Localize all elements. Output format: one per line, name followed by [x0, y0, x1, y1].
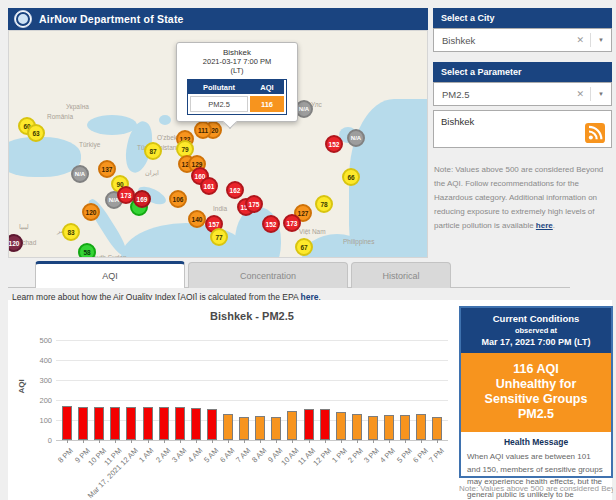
- aqi-marker[interactable]: N/A: [347, 129, 365, 147]
- aqi-marker[interactable]: 140: [188, 210, 206, 228]
- aqi-marker[interactable]: 173: [283, 214, 301, 232]
- conditions-pollutant: PM2.5: [467, 407, 605, 422]
- aqi-marker[interactable]: 78: [315, 195, 333, 213]
- chart-bar[interactable]: [223, 414, 233, 440]
- x-tick-label: 8 AM: [250, 446, 268, 464]
- city-select[interactable]: Bishkek ✕ ▼: [433, 28, 612, 52]
- clear-icon[interactable]: ✕: [571, 35, 591, 45]
- chevron-down-icon[interactable]: ▼: [591, 37, 611, 43]
- aqi-marker[interactable]: 137: [98, 160, 116, 178]
- tab-historical[interactable]: Historical: [351, 262, 451, 288]
- chart-bar[interactable]: [352, 414, 362, 440]
- chart-bar[interactable]: [432, 417, 442, 440]
- x-tick-label: 8 PM: [57, 446, 76, 465]
- tab-concentration[interactable]: Concentration: [188, 262, 348, 288]
- aqi-marker[interactable]: 106: [169, 190, 187, 208]
- select-parameter-header: Select a Parameter: [433, 62, 612, 82]
- aqi-marker[interactable]: 87: [144, 142, 162, 160]
- aqi-marker[interactable]: 63: [27, 124, 45, 142]
- current-conditions-panel: Current Conditions observed at Mar 17, 2…: [459, 306, 613, 478]
- clear-icon[interactable]: ✕: [571, 89, 591, 99]
- aqi-marker[interactable]: N/A: [71, 165, 89, 183]
- aqi-marker[interactable]: 152: [262, 215, 280, 233]
- chart-bar[interactable]: [143, 407, 153, 440]
- aqi-marker[interactable]: 58: [78, 243, 96, 258]
- aqi-marker[interactable]: 67: [295, 238, 313, 256]
- city-textbox[interactable]: Bishkek: [433, 110, 612, 148]
- aqi-marker[interactable]: 66: [342, 168, 360, 186]
- page: AirNow Department of State УкраїнаRomâni…: [0, 0, 616, 500]
- chart-bar[interactable]: [94, 407, 104, 440]
- aqi-marker[interactable]: 161: [200, 177, 218, 195]
- popup-timezone: (LT): [181, 66, 293, 75]
- x-tick-label: 4 AM: [186, 446, 204, 464]
- chart-bar[interactable]: [62, 406, 72, 440]
- chart-bar[interactable]: [416, 414, 426, 440]
- chart-bar[interactable]: [207, 409, 217, 440]
- chevron-down-icon[interactable]: ▼: [591, 91, 611, 97]
- aqi-marker[interactable]: 120: [8, 234, 23, 252]
- chart-bar[interactable]: [78, 407, 88, 440]
- gridline: [56, 400, 448, 401]
- tab-aqi[interactable]: AQI: [35, 261, 185, 288]
- chart-bar[interactable]: [255, 416, 265, 440]
- aqi-marker[interactable]: 77: [210, 228, 228, 246]
- chart-bar[interactable]: [126, 407, 136, 440]
- chart-bar[interactable]: [159, 407, 169, 440]
- mediterranean-sea: [8, 137, 81, 177]
- x-tick: [180, 440, 181, 443]
- chart-bar[interactable]: [287, 411, 297, 440]
- y-tick-label: 100: [32, 416, 52, 425]
- page-title: AirNow Department of State: [39, 13, 184, 25]
- chart-bar[interactable]: [368, 416, 378, 440]
- x-tick: [148, 440, 149, 443]
- chart-bar[interactable]: [191, 408, 201, 440]
- x-tick: [405, 440, 406, 443]
- x-tick: [83, 440, 84, 443]
- chart-bar[interactable]: [239, 417, 249, 440]
- aqi-marker[interactable]: 83: [62, 223, 80, 241]
- map-label: Türkiye: [79, 141, 100, 148]
- pacific-ocean: [349, 99, 428, 258]
- x-tick-label: 1 PM: [330, 446, 349, 465]
- parameter-select[interactable]: PM2.5 ✕ ▼: [433, 82, 612, 106]
- x-tick: [309, 440, 310, 443]
- aqi-marker[interactable]: 169: [133, 190, 151, 208]
- chart-bar[interactable]: [336, 412, 346, 440]
- city-select-value: Bishkek: [434, 35, 571, 46]
- x-tick-label: 1 AM: [137, 446, 155, 464]
- chart-bar[interactable]: [304, 409, 314, 440]
- black-sea: [87, 115, 137, 135]
- map-label: ليبيا: [19, 223, 29, 231]
- conditions-aqi-category: Unhealthy for Sensitive Groups: [467, 377, 605, 407]
- x-tick: [244, 440, 245, 443]
- aqi-marker[interactable]: 175: [245, 195, 263, 213]
- app-header: AirNow Department of State: [8, 8, 428, 30]
- x-tick: [437, 440, 438, 443]
- map-label: Philippines: [343, 238, 374, 245]
- chart-bar[interactable]: [271, 417, 281, 440]
- rss-icon[interactable]: [585, 123, 605, 143]
- x-tick-label: 7 AM: [234, 446, 252, 464]
- aqi-map[interactable]: УкраїнаRomâniaTürkiyeO'zbekistonTürkmeni…: [8, 30, 428, 258]
- x-tick: [276, 440, 277, 443]
- conditions-datetime: Mar 17, 2021 7:00 PM (LT): [463, 337, 609, 347]
- chart-bar[interactable]: [400, 415, 410, 440]
- aqi-marker[interactable]: 152: [325, 135, 343, 153]
- y-tick-label: 300: [32, 376, 52, 385]
- aqi-marker[interactable]: 120: [82, 203, 100, 221]
- aqi-marker[interactable]: 173: [117, 186, 135, 204]
- chart-bar[interactable]: [110, 407, 120, 440]
- aqi-marker[interactable]: 162: [226, 181, 244, 199]
- chart-bar[interactable]: [320, 409, 330, 440]
- note-here-link[interactable]: here: [536, 221, 553, 230]
- x-tick: [373, 440, 374, 443]
- popup-pollutant-value: PM2.5: [190, 96, 248, 112]
- map-popup: Bishkek 2021-03-17 7:00 PM (LT) Pollutan…: [176, 42, 298, 122]
- chart-bar[interactable]: [384, 415, 394, 440]
- chart-bar[interactable]: [175, 407, 185, 440]
- clipped-footer-note: Note: Values above 500 are considered Be…: [459, 484, 613, 500]
- aqi-marker[interactable]: 111: [194, 121, 212, 139]
- x-tick-label: 6 AM: [218, 446, 236, 464]
- arabian-sea: [121, 223, 251, 258]
